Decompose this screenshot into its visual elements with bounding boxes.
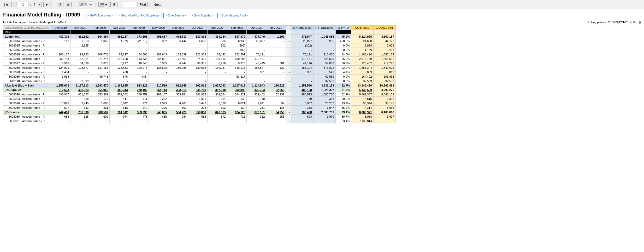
prev-page-button[interactable]: ‹	[11, 2, 16, 7]
col-jul2020: Jul 2020	[188, 26, 208, 30]
table-row: 8606016 : AccountName - R---------(702)-…	[3, 48, 396, 52]
table-row: 8606080 : AccountName - R1,968-49,745846…	[3, 75, 396, 79]
total-pages: 6	[34, 3, 36, 6]
toolbar: |◄ ‹ of 6 › ►| ↺ ⊖ 100% 50% 75% 125% 150…	[0, 0, 644, 9]
unmapped-info: Include Unmapped: Include UnMapped Acct/…	[3, 21, 66, 24]
table-row: 8606030 : AccountName - R953628609974475…	[3, 114, 396, 119]
table-row: 8606023 : AccountName - R-35817941141123…	[3, 97, 396, 101]
table-row: (R) Supplies510,593456,023554,962465,313…	[3, 88, 396, 92]
col-feb2020: Feb 2020	[90, 26, 110, 30]
table-row: 8606015 : AccountName - R-2,625------302…	[3, 43, 396, 48]
info-row: Include Unmapped: Include UnMapped Acct/…	[0, 19, 644, 25]
col-pct: % PYTD	[335, 26, 351, 30]
find-input[interactable]	[123, 2, 136, 7]
col-sep2020: Sep 2020	[227, 26, 247, 30]
col-may2020: May 2020	[149, 26, 168, 30]
last-page-button[interactable]: ►|	[43, 2, 51, 7]
goto-mappingaudit-button[interactable]: <Goto MappingAudit>	[217, 13, 250, 18]
first-page-button[interactable]: |◄	[2, 2, 10, 7]
goto-buttons: <GoTo Equipment> <Goto AfterMkt (Svc Sup…	[86, 13, 250, 18]
col-empty	[286, 26, 291, 30]
table-row: 8606014 : AccountName - R1161,6131,840(7…	[3, 39, 396, 43]
save-button[interactable]: 💾 ▾	[98, 2, 109, 7]
col-jun2020: Jun 2020	[168, 26, 188, 30]
table-row: 8606078 : AccountName - R1,404--468-----…	[3, 70, 396, 75]
col-refreshed: Last Refreshed: 2/18/2021 9:22:21 AM	[3, 26, 51, 30]
table-row: REV	[3, 30, 396, 35]
find-button[interactable]: Find	[138, 2, 148, 7]
table-row: 8606027 : AccountName - R5,91634,0397,67…	[3, 61, 396, 66]
table-container: Last Refreshed: 2/18/2021 9:22:21 AM Dec…	[0, 25, 644, 123]
col-eoy: EOY: 2019	[351, 26, 373, 30]
table-row: 8606019 : AccountName - R253,758162,0142…	[3, 57, 396, 61]
col-dec2019: Dec 2019	[51, 26, 70, 30]
col-jan2020-thru: 1/1/2020 thru	[373, 26, 395, 30]
page-title: Financial Model Rolling - ID909	[3, 12, 80, 18]
table-row: 8606030 : AccountName - R507332321518249…	[3, 106, 396, 110]
col-mar2020: Mar 2020	[110, 26, 129, 30]
rolling-info: Rolling periods: 201903(12/1/2019) thru …	[588, 21, 641, 24]
table-row: 8606030 : AccountName - R124,099128,6771…	[3, 66, 396, 70]
find-next-button[interactable]: Next	[152, 2, 162, 7]
table-row: 8606020 : AccountName - R496,987451,8875…	[3, 92, 396, 97]
goto-supplies-button[interactable]: <Goto Supplies>	[190, 13, 216, 18]
table-row: Equipment487,378461,362564,394492,137373…	[3, 35, 396, 39]
zoom-select[interactable]: 100% 50% 75% 125% 150% 200%	[77, 2, 93, 7]
table-row: 8616110 : AccountName - R-32,599--------…	[3, 79, 396, 83]
table-row: 8606018 : AccountName - R100,11799,79310…	[3, 52, 396, 57]
table-row: After Mkt (Sup + Svc)1,255,0031,187,6131…	[3, 83, 396, 88]
col-cytd: CYTDBalance	[291, 26, 313, 30]
goto-equipment-button[interactable]: <GoTo Equipment>	[86, 13, 116, 18]
pipe-sep: |	[149, 3, 150, 6]
header: Financial Model Rolling - ID909 <GoTo Eq…	[0, 9, 644, 19]
of-label: of	[30, 3, 32, 6]
col-apr2020: Apr 2020	[129, 26, 149, 30]
back-button[interactable]: ⊖	[65, 2, 72, 7]
col-pytd: PYTDBalance	[313, 26, 335, 30]
goto-aftermkt-button[interactable]: <Goto AfterMkt (Svc Supplies)>	[117, 13, 162, 18]
financial-table: Last Refreshed: 2/18/2021 9:22:21 AM Dec…	[3, 25, 396, 123]
print-button[interactable]: 🖨	[110, 2, 117, 7]
col-nov2020: Nov 2020	[266, 26, 286, 30]
col-aug2020: Aug 2020	[208, 26, 227, 30]
table-row: (R) Service744,410731,590808,507701,5125…	[3, 110, 396, 114]
col-jan2020: Jan 2020	[70, 26, 90, 30]
page-number-input[interactable]	[18, 2, 28, 7]
table-row: 8606031 : AccountName - R...............…	[3, 119, 396, 123]
refresh-button[interactable]: ↺	[57, 2, 63, 7]
col-oct2020: Oct 2020	[247, 26, 266, 30]
goto-service-button[interactable]: <Goto Service>	[163, 13, 188, 18]
table-row: 8606026 : AccountName - R13,0983,4451,08…	[3, 101, 396, 106]
next-page-button[interactable]: ›	[37, 2, 42, 7]
